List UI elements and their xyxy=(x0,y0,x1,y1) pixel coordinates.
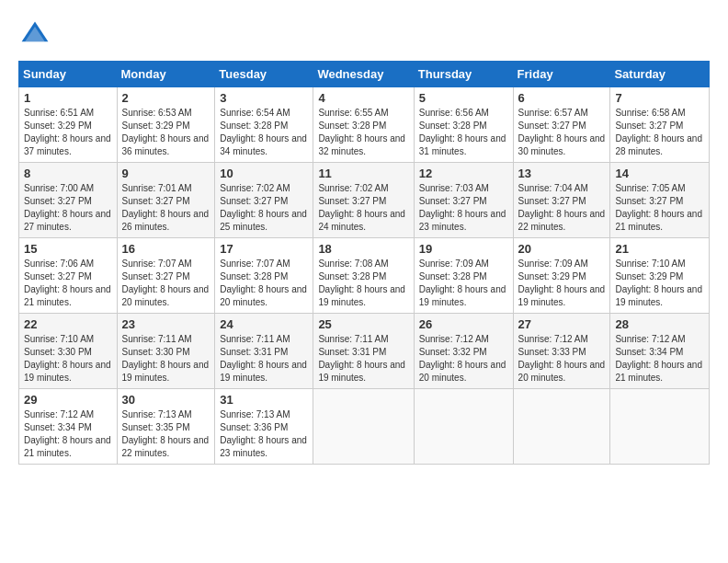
day-number: 30 xyxy=(122,393,210,407)
sunrise-label: Sunrise: 7:11 AM xyxy=(220,334,290,344)
day-number: 5 xyxy=(419,91,508,105)
sunrise-label: Sunrise: 7:02 AM xyxy=(220,183,290,193)
sunset-label: Sunset: 3:28 PM xyxy=(419,271,487,282)
calendar-cell: 22 Sunrise: 7:10 AM Sunset: 3:30 PM Dayl… xyxy=(19,314,118,389)
calendar-header-sunday: Sunday xyxy=(19,62,118,87)
daylight-label: Daylight: 8 hours and 19 minutes. xyxy=(24,360,111,383)
daylight-label: Daylight: 8 hours and 20 minutes. xyxy=(122,284,210,307)
sunset-label: Sunset: 3:28 PM xyxy=(220,121,288,131)
day-number: 25 xyxy=(318,317,408,331)
calendar-cell: 3 Sunrise: 6:54 AM Sunset: 3:28 PM Dayli… xyxy=(215,87,313,163)
calendar-cell xyxy=(610,389,710,465)
logo-icon xyxy=(18,18,51,52)
sunrise-label: Sunrise: 7:02 AM xyxy=(318,183,388,193)
calendar-cell: 14 Sunrise: 7:05 AM Sunset: 3:27 PM Dayl… xyxy=(610,163,710,238)
sunrise-label: Sunrise: 6:58 AM xyxy=(615,108,685,118)
day-info: Sunrise: 6:53 AM Sunset: 3:29 PM Dayligh… xyxy=(122,107,210,158)
day-info: Sunrise: 7:07 AM Sunset: 3:27 PM Dayligh… xyxy=(122,258,210,309)
calendar-cell: 4 Sunrise: 6:55 AM Sunset: 3:28 PM Dayli… xyxy=(313,87,414,163)
day-info: Sunrise: 7:13 AM Sunset: 3:36 PM Dayligh… xyxy=(220,408,308,460)
daylight-label: Daylight: 8 hours and 27 minutes. xyxy=(24,209,111,232)
day-number: 28 xyxy=(615,317,704,331)
daylight-label: Daylight: 8 hours and 32 minutes. xyxy=(318,133,405,156)
sunset-label: Sunset: 3:27 PM xyxy=(518,121,586,131)
sunset-label: Sunset: 3:33 PM xyxy=(518,347,586,357)
daylight-label: Daylight: 8 hours and 26 minutes. xyxy=(122,209,210,232)
sunset-label: Sunset: 3:31 PM xyxy=(318,347,386,357)
daylight-label: Daylight: 8 hours and 30 minutes. xyxy=(518,133,606,156)
calendar-header-saturday: Saturday xyxy=(610,62,710,87)
sunrise-label: Sunrise: 7:11 AM xyxy=(122,334,192,344)
day-number: 2 xyxy=(122,91,210,105)
day-info: Sunrise: 6:56 AM Sunset: 3:28 PM Dayligh… xyxy=(419,107,508,158)
day-number: 14 xyxy=(615,167,704,180)
daylight-label: Daylight: 8 hours and 19 minutes. xyxy=(220,360,307,383)
daylight-label: Daylight: 8 hours and 25 minutes. xyxy=(220,209,307,232)
sunrise-label: Sunrise: 6:56 AM xyxy=(419,108,489,118)
day-info: Sunrise: 6:57 AM Sunset: 3:27 PM Dayligh… xyxy=(518,107,606,158)
calendar-cell: 10 Sunrise: 7:02 AM Sunset: 3:27 PM Dayl… xyxy=(215,163,313,238)
sunset-label: Sunset: 3:34 PM xyxy=(24,422,92,432)
calendar-cell: 24 Sunrise: 7:11 AM Sunset: 3:31 PM Dayl… xyxy=(215,314,313,389)
sunset-label: Sunset: 3:29 PM xyxy=(24,121,92,131)
day-number: 31 xyxy=(220,393,308,407)
calendar-cell: 8 Sunrise: 7:00 AM Sunset: 3:27 PM Dayli… xyxy=(19,163,118,238)
calendar-cell: 9 Sunrise: 7:01 AM Sunset: 3:27 PM Dayli… xyxy=(117,163,215,238)
sunrise-label: Sunrise: 6:54 AM xyxy=(220,108,290,118)
calendar-cell: 11 Sunrise: 7:02 AM Sunset: 3:27 PM Dayl… xyxy=(313,163,414,238)
day-info: Sunrise: 7:00 AM Sunset: 3:27 PM Dayligh… xyxy=(24,182,112,234)
sunrise-label: Sunrise: 7:01 AM xyxy=(122,183,192,193)
calendar-cell: 16 Sunrise: 7:07 AM Sunset: 3:27 PM Dayl… xyxy=(117,238,215,314)
daylight-label: Daylight: 8 hours and 36 minutes. xyxy=(122,133,210,156)
sunset-label: Sunset: 3:27 PM xyxy=(220,196,288,206)
calendar-header-thursday: Thursday xyxy=(414,62,513,87)
daylight-label: Daylight: 8 hours and 23 minutes. xyxy=(220,435,307,458)
calendar-cell: 28 Sunrise: 7:12 AM Sunset: 3:34 PM Dayl… xyxy=(610,314,710,389)
day-info: Sunrise: 7:05 AM Sunset: 3:27 PM Dayligh… xyxy=(615,182,704,234)
day-info: Sunrise: 7:01 AM Sunset: 3:27 PM Dayligh… xyxy=(122,182,210,234)
day-number: 15 xyxy=(24,242,112,256)
sunrise-label: Sunrise: 7:09 AM xyxy=(518,259,588,269)
day-number: 6 xyxy=(518,91,606,105)
calendar-cell: 21 Sunrise: 7:10 AM Sunset: 3:29 PM Dayl… xyxy=(610,238,710,314)
daylight-label: Daylight: 8 hours and 19 minutes. xyxy=(419,284,506,307)
day-number: 20 xyxy=(518,242,606,256)
day-number: 12 xyxy=(419,167,508,180)
day-info: Sunrise: 7:09 AM Sunset: 3:29 PM Dayligh… xyxy=(518,258,606,309)
calendar-week-row: 1 Sunrise: 6:51 AM Sunset: 3:29 PM Dayli… xyxy=(19,87,710,163)
day-info: Sunrise: 7:07 AM Sunset: 3:28 PM Dayligh… xyxy=(220,258,308,309)
day-info: Sunrise: 7:10 AM Sunset: 3:29 PM Dayligh… xyxy=(615,258,704,309)
sunrise-label: Sunrise: 7:04 AM xyxy=(518,183,588,193)
calendar-cell xyxy=(513,389,610,465)
sunset-label: Sunset: 3:28 PM xyxy=(419,121,487,131)
day-info: Sunrise: 7:03 AM Sunset: 3:27 PM Dayligh… xyxy=(419,182,508,234)
sunrise-label: Sunrise: 7:09 AM xyxy=(419,259,489,269)
day-number: 19 xyxy=(419,242,508,256)
sunset-label: Sunset: 3:30 PM xyxy=(24,347,92,357)
day-number: 1 xyxy=(24,91,112,105)
sunset-label: Sunset: 3:27 PM xyxy=(615,121,683,131)
calendar-cell: 13 Sunrise: 7:04 AM Sunset: 3:27 PM Dayl… xyxy=(513,163,610,238)
sunset-label: Sunset: 3:27 PM xyxy=(615,196,683,206)
sunrise-label: Sunrise: 7:12 AM xyxy=(419,334,489,344)
daylight-label: Daylight: 8 hours and 19 minutes. xyxy=(318,284,405,307)
sunset-label: Sunset: 3:27 PM xyxy=(419,196,487,206)
calendar-cell: 1 Sunrise: 6:51 AM Sunset: 3:29 PM Dayli… xyxy=(19,87,118,163)
sunset-label: Sunset: 3:29 PM xyxy=(518,271,586,282)
sunrise-label: Sunrise: 6:51 AM xyxy=(24,108,94,118)
day-number: 11 xyxy=(318,167,408,180)
day-info: Sunrise: 7:13 AM Sunset: 3:35 PM Dayligh… xyxy=(122,408,210,460)
day-number: 10 xyxy=(220,167,308,180)
calendar-header-friday: Friday xyxy=(513,62,610,87)
day-info: Sunrise: 7:11 AM Sunset: 3:31 PM Dayligh… xyxy=(318,333,408,385)
sunrise-label: Sunrise: 7:06 AM xyxy=(24,259,94,269)
day-number: 21 xyxy=(615,242,704,256)
day-number: 23 xyxy=(122,317,210,331)
sunset-label: Sunset: 3:27 PM xyxy=(518,196,586,206)
day-info: Sunrise: 7:09 AM Sunset: 3:28 PM Dayligh… xyxy=(419,258,508,309)
day-info: Sunrise: 7:08 AM Sunset: 3:28 PM Dayligh… xyxy=(318,258,408,309)
sunset-label: Sunset: 3:32 PM xyxy=(419,347,487,357)
calendar-header-row: SundayMondayTuesdayWednesdayThursdayFrid… xyxy=(19,62,710,87)
daylight-label: Daylight: 8 hours and 22 minutes. xyxy=(518,209,606,232)
sunset-label: Sunset: 3:28 PM xyxy=(220,271,288,282)
